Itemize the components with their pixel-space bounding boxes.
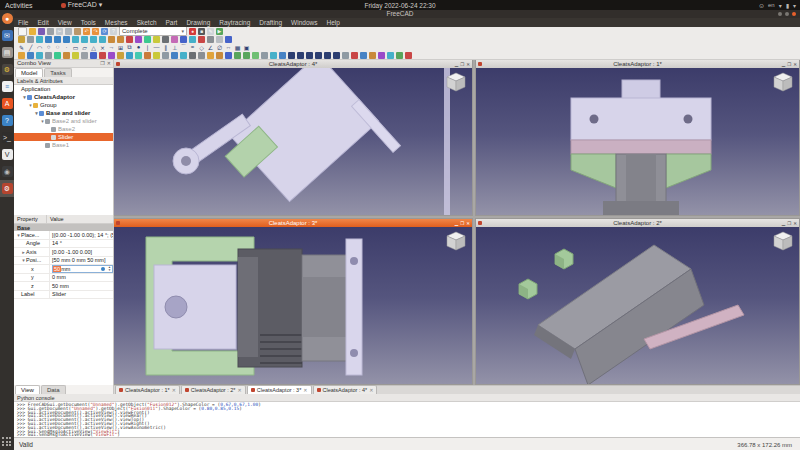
mesh-import-icon[interactable] xyxy=(234,52,241,59)
tree-item-application[interactable]: Application xyxy=(14,85,113,93)
launcher-v-tool-icon[interactable]: V xyxy=(0,146,14,163)
menu-part[interactable]: Part xyxy=(162,19,182,26)
mirror-icon[interactable] xyxy=(135,52,142,59)
spin-buttons[interactable]: ▲▼ xyxy=(108,266,111,271)
property-row-axis[interactable]: ▸Axis[0.00 -1.00 0.00] xyxy=(14,248,113,257)
sketch-slot-icon[interactable]: ▱ xyxy=(81,43,88,51)
ruled-surface-icon[interactable] xyxy=(162,52,169,59)
constraint-vertical-icon[interactable]: ∣ xyxy=(144,43,151,51)
sweep-icon[interactable] xyxy=(180,52,187,59)
launcher-email-client-icon[interactable]: ✉ xyxy=(0,27,14,44)
close-tab-icon[interactable]: ✕ xyxy=(369,387,373,393)
dock-close-icon[interactable]: ✕ xyxy=(107,60,111,66)
sketch-line-icon[interactable]: ╱ xyxy=(27,43,34,51)
launcher-software-settings-icon[interactable]: ⚙ xyxy=(0,61,14,78)
copy-icon[interactable] xyxy=(65,28,72,35)
loft-icon[interactable] xyxy=(171,52,178,59)
keyboard-layout-icon[interactable]: en xyxy=(768,2,775,9)
new-view-icon[interactable] xyxy=(198,36,205,43)
menu-help[interactable]: Help xyxy=(322,19,343,26)
mesh-smooth-icon[interactable] xyxy=(270,52,277,59)
view-fit-icon[interactable] xyxy=(18,36,25,43)
view-isometric-icon[interactable] xyxy=(36,36,43,43)
sketch-arc-icon[interactable]: ◠ xyxy=(36,43,43,51)
rotate-left-icon[interactable] xyxy=(108,36,115,43)
launcher-terminal-icon[interactable]: >_ xyxy=(0,129,14,146)
window-controls[interactable] xyxy=(778,12,796,16)
property-row-posi[interactable]: ▾Posi...[50 mm 0 mm 50 mm] xyxy=(14,257,113,266)
sketch-ellipse-icon[interactable]: ◌ xyxy=(54,43,61,51)
3d-viewport-2[interactable] xyxy=(476,227,799,384)
close-tab-icon[interactable]: ✕ xyxy=(303,387,307,393)
layout-caret-icon[interactable]: ▾ xyxy=(779,2,782,9)
paste-icon[interactable] xyxy=(74,28,81,35)
view-draw-style-icon[interactable] xyxy=(27,36,34,43)
constraint-parallel-icon[interactable]: ∥ xyxy=(162,43,169,51)
tree-item-cleatsadaptor[interactable]: ▾CleatsAdaptor xyxy=(14,93,113,101)
measure-distance-icon[interactable] xyxy=(126,36,133,43)
macro-play-icon[interactable]: ▶ xyxy=(216,28,223,35)
tab-data[interactable]: Data xyxy=(41,385,66,394)
show-applications-icon[interactable] xyxy=(2,437,12,447)
tree-item-base-and-slider[interactable]: ▾Base and slider xyxy=(14,109,113,117)
mdi-tab-4[interactable]: CleatsAdaptor : 4*✕ xyxy=(313,385,378,394)
tab-tasks[interactable]: Tasks xyxy=(44,68,71,77)
view-left-icon[interactable] xyxy=(90,36,97,43)
viewport-4-controls[interactable]: ▁❐✕ xyxy=(455,62,470,67)
tree-item-slider[interactable]: Slider xyxy=(14,133,113,141)
mesh-analyze-icon[interactable] xyxy=(261,52,268,59)
open-icon[interactable] xyxy=(29,28,36,35)
view-front-icon[interactable] xyxy=(45,36,52,43)
x-position-spinbox[interactable]: 50 mm▲▼ xyxy=(52,265,113,273)
whats-this-icon[interactable]: ? xyxy=(110,28,117,35)
part-tube-icon[interactable] xyxy=(63,52,70,59)
draft-circle-icon[interactable] xyxy=(306,52,313,59)
navigation-cube[interactable] xyxy=(445,230,467,254)
section-icon[interactable] xyxy=(189,52,196,59)
property-row-y[interactable]: y0 mm xyxy=(14,274,113,283)
viewport-4-titlebar[interactable]: CleatsAdaptor : 4* ▁❐✕ xyxy=(114,60,472,68)
launcher-firefox-icon[interactable]: ● xyxy=(0,10,14,27)
macro-stop-icon[interactable]: ■ xyxy=(198,28,205,35)
window-dot-icon[interactable] xyxy=(778,12,782,16)
mdi-tab-3[interactable]: CleatsAdaptor : 3*✕ xyxy=(247,385,312,394)
mesh-create-icon[interactable] xyxy=(252,52,259,59)
draft-move-icon[interactable] xyxy=(360,52,367,59)
constraint-distance-icon[interactable]: ↔ xyxy=(225,43,232,51)
mdi-tab-1[interactable]: CleatsAdaptor : 1*✕ xyxy=(115,385,180,394)
draft-trimex-icon[interactable] xyxy=(387,52,394,59)
part-torus-icon[interactable] xyxy=(54,52,61,59)
status-icon[interactable]: ⊙ xyxy=(759,2,764,9)
part-box-icon[interactable] xyxy=(18,52,25,59)
sketch-external-icon[interactable]: ⊞ xyxy=(117,43,124,51)
property-row-label[interactable]: LabelSlider xyxy=(14,291,113,300)
random-color-icon[interactable] xyxy=(171,36,178,43)
view-top-icon[interactable] xyxy=(54,36,61,43)
sketch-edit-icon[interactable]: ✎ xyxy=(18,43,25,51)
close-icon[interactable] xyxy=(792,12,796,16)
property-row-x[interactable]: x50 mm▲▼ xyxy=(14,265,113,274)
3d-viewport-3[interactable] xyxy=(114,227,472,384)
window-dot-icon[interactable] xyxy=(785,12,789,16)
viewport-3-titlebar[interactable]: CleatsAdaptor : 3* ▁❐✕ xyxy=(114,219,472,227)
viewport-3-controls[interactable]: ▁❐✕ xyxy=(455,221,470,226)
texture-mapping-icon[interactable] xyxy=(144,36,151,43)
menu-meshes[interactable]: Meshes xyxy=(101,19,132,26)
power-menu-icon[interactable]: ▾ xyxy=(793,2,796,9)
redo-icon[interactable]: ↷ xyxy=(92,28,99,35)
3d-viewport-1[interactable] xyxy=(476,68,799,215)
dock-float-icon[interactable]: ❐ xyxy=(100,60,104,66)
refresh-icon[interactable]: ⟳ xyxy=(101,28,108,35)
menu-tools[interactable]: Tools xyxy=(77,19,100,26)
fullscreen-icon[interactable] xyxy=(216,36,223,43)
viewport-1-titlebar[interactable]: CleatsAdaptor : 1* ▁❐✕ xyxy=(476,60,799,68)
draft-line-icon[interactable] xyxy=(288,52,295,59)
constraint-perpendicular-icon[interactable]: ⊥ xyxy=(171,43,178,51)
mesh-export-icon[interactable] xyxy=(243,52,250,59)
constraint-equal-icon[interactable]: = xyxy=(189,43,196,51)
battery-icon[interactable]: ▮ xyxy=(786,2,789,9)
shape-builder-icon[interactable] xyxy=(81,52,88,59)
save-icon[interactable] xyxy=(38,28,45,35)
navigation-cube[interactable] xyxy=(772,71,794,95)
extrude-icon[interactable] xyxy=(117,52,124,59)
